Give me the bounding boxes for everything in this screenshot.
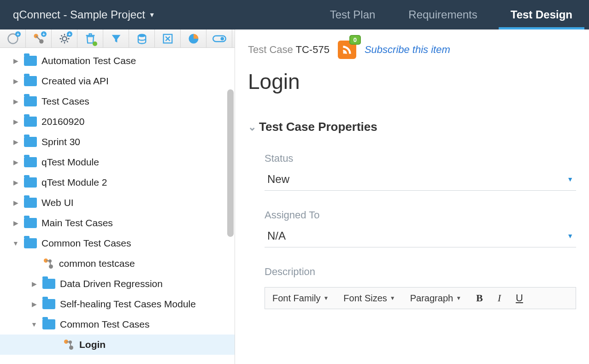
tree-item-label: Sprint 30 [41,136,80,147]
tab-label: Test Plan [330,8,376,21]
tree-item-label: Common Test Cases [60,319,150,330]
assigned-to-select[interactable]: N/A ▼ [265,229,576,247]
chevron-right-icon[interactable]: ▶ [11,179,20,186]
tree-pane: + + + [0,29,235,364]
tree-item-data-driven-regression[interactable]: ▶Data Driven Regression [0,274,235,294]
nav-tabs: Test Plan Requirements Test Design [313,0,589,29]
tree-item-automation-test-case[interactable]: ▶Automation Test Case [0,51,235,71]
folder-icon [42,319,55,329]
properties-section: ⌄ Test Case Properties Status New ▼ Assi… [248,120,576,309]
tree-item-qtest-module[interactable]: ▶qTest Module [0,152,235,172]
id-value: TC-575 [296,44,330,55]
svg-point-4 [138,34,145,37]
field-description: Description [248,266,576,278]
plus-badge-icon: + [41,31,47,37]
caret-down-icon: ▼ [323,295,329,301]
filter-button[interactable] [103,29,129,48]
field-label: Assigned To [265,209,576,221]
folder-icon [24,96,37,106]
tree-item-self-healing-test-cases-module[interactable]: ▶Self-healing Test Cases Module [0,294,235,314]
type-label: Test Case [248,44,293,55]
chevron-right-icon[interactable]: ▶ [29,300,39,308]
tree-item-label: Main Test Cases [41,217,113,229]
caret-down-icon: ▼ [390,295,395,301]
testcase-header: Test Case TC-575 0 Subscribe this item [248,41,576,59]
chevron-right-icon[interactable]: ▶ [11,138,20,146]
chevron-right-icon[interactable]: ▶ [11,219,20,227]
font-size-select[interactable]: Font Sizes▼ [336,288,402,309]
bold-button[interactable]: B [469,288,490,309]
tree-item-common-testcase[interactable]: ▶common testcase [0,253,235,274]
tree-item-main-test-cases[interactable]: ▶Main Test Cases [0,213,235,233]
paragraph-select[interactable]: Paragraph▼ [403,288,469,309]
scrollbar-thumb[interactable] [227,89,234,237]
font-family-select[interactable]: Font Family▼ [265,288,336,309]
field-status: Status New ▼ [248,153,576,191]
chevron-down-icon: ⌄ [248,121,256,133]
tree-item-login[interactable]: ▶Login [0,335,235,355]
status-select[interactable]: New ▼ [265,173,576,191]
tree-item-qtest-module-2[interactable]: ▶qTest Module 2 [0,172,235,193]
tab-requirements[interactable]: Requirements [392,0,494,29]
tree-item-20160920[interactable]: ▶20160920 [0,112,235,132]
chevron-right-icon[interactable]: ▶ [29,280,39,288]
tree-item-sprint-30[interactable]: ▶Sprint 30 [0,132,235,152]
testcase-id: Test Case TC-575 [248,44,330,56]
dropdown-icon: ▼ [567,176,573,183]
folder-icon [42,279,55,289]
database-icon [135,32,148,45]
tree-item-common-test-cases[interactable]: ▼Common Test Cases [0,314,235,335]
caret-down-icon: ▼ [149,11,155,18]
tab-test-plan[interactable]: Test Plan [313,0,392,29]
subscribe-link[interactable]: Subscribe this item [365,44,450,56]
toggle-button[interactable] [206,29,232,48]
chevron-right-icon[interactable]: ▶ [11,118,20,125]
chevron-right-icon[interactable]: ▶ [11,98,20,105]
testcase-icon [63,340,75,350]
settings-button[interactable]: + [52,29,77,48]
folder-icon [24,157,37,167]
new-item-button[interactable]: + [0,29,26,48]
folder-icon [24,238,37,248]
svg-point-3 [62,36,66,41]
chevron-down-icon[interactable]: ▼ [29,321,39,328]
tree-item-created-via-api[interactable]: ▶Created via API [0,71,235,91]
tree-item-label: Self-healing Test Cases Module [60,299,196,310]
chevron-right-icon[interactable]: ▶ [11,57,20,65]
tree-item-test-cases[interactable]: ▶Test Cases [0,91,235,112]
report-button[interactable] [181,29,206,48]
underline-button[interactable]: U [508,288,530,309]
field-value: N/A [267,229,286,242]
section-toggle[interactable]: ⌄ Test Case Properties [248,120,576,134]
field-assigned-to: Assigned To N/A ▼ [248,209,576,247]
export-excel-button[interactable] [155,29,181,48]
tree-item-label: Common Test Cases [41,238,131,249]
new-testcase-button[interactable]: + [26,29,52,48]
project-selector[interactable]: qConnect - Sample Project ▼ [0,8,168,21]
tree-item-label: common testcase [59,258,135,269]
data-button[interactable] [129,29,155,48]
folder-icon [24,117,37,127]
tree-item-common-test-cases[interactable]: ▼Common Test Cases [0,233,235,253]
chevron-right-icon[interactable]: ▶ [11,199,20,206]
rich-text-toolbar: Font Family▼ Font Sizes▼ Paragraph▼ B I … [265,287,576,309]
subscribe-widget[interactable]: 0 [338,41,356,59]
tree-item-web-ui[interactable]: ▶Web UI [0,193,235,213]
tab-test-design[interactable]: Test Design [494,0,589,29]
folder-icon [24,56,37,66]
recycle-badge-icon [93,41,97,46]
tree-item-label: Web UI [41,197,74,208]
folder-icon [24,198,37,208]
tree[interactable]: ▶Automation Test Case▶Created via API▶Te… [0,48,235,364]
chevron-right-icon[interactable]: ▶ [11,77,20,85]
rte-label: Paragraph [410,293,453,304]
tree-item-label: Created via API [41,76,109,87]
italic-button[interactable]: I [490,288,508,309]
top-nav: qConnect - Sample Project ▼ Test Plan Re… [0,0,589,29]
delete-button[interactable] [77,29,103,48]
tree-item-label: qTest Module 2 [41,177,107,188]
chevron-right-icon[interactable]: ▶ [11,159,20,166]
field-value: New [267,173,289,186]
tree-toolbar: + + + [0,29,235,48]
chevron-down-icon[interactable]: ▼ [11,240,20,247]
